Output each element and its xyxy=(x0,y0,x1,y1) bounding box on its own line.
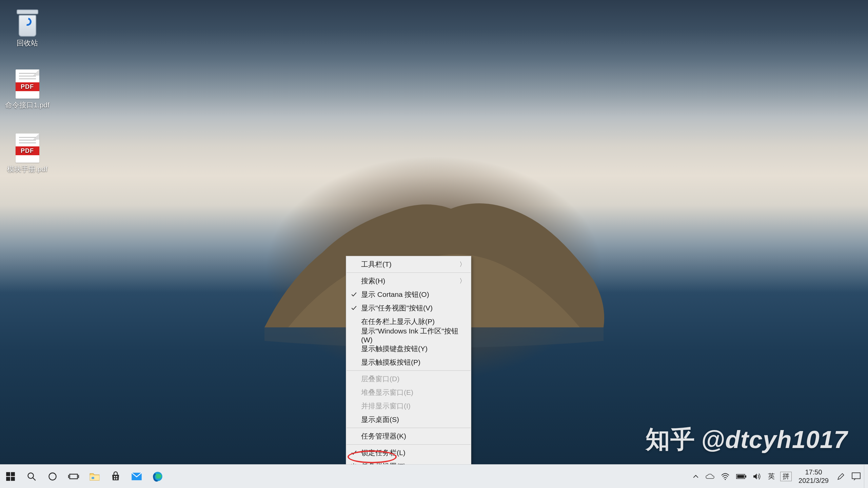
edge-icon xyxy=(153,471,163,482)
taskbar-app-mail[interactable] xyxy=(126,465,147,488)
svg-line-6 xyxy=(33,477,36,480)
menu-item-show-ink[interactable]: 显示"Windows Ink 工作区"按钮(W) xyxy=(346,328,471,342)
cortana-icon xyxy=(48,472,57,481)
taskbar-left-section xyxy=(0,465,168,488)
tray-battery[interactable] xyxy=(733,465,750,488)
taskbar: 英 拼 17:50 2021/3/29 xyxy=(0,464,868,488)
taskbar-context-menu: 工具栏(T) 〉 搜索(H) 〉 显示 Cortana 按钮(O) 显示"任务视… xyxy=(346,256,471,475)
desktop-icon-pdf2[interactable]: PDF 模块手册.pdf xyxy=(4,134,50,173)
tray-ink-workspace[interactable] xyxy=(833,465,848,488)
file-explorer-icon xyxy=(90,472,100,481)
menu-separator xyxy=(347,370,471,371)
svg-rect-3 xyxy=(6,477,10,481)
menu-item-label: 显示"Windows Ink 工作区"按钮(W) xyxy=(361,326,466,344)
menu-item-show-desktop[interactable]: 显示桌面(S) xyxy=(346,413,471,426)
watermark: 知乎 @dtcyh1017 xyxy=(646,423,848,456)
check-icon xyxy=(351,305,357,311)
svg-rect-8 xyxy=(70,474,78,479)
svg-rect-16 xyxy=(116,478,117,480)
menu-item-cascade-windows[interactable]: 层叠窗口(D) xyxy=(346,372,471,386)
menu-item-task-manager[interactable]: 任务管理器(K) xyxy=(346,429,471,443)
cloud-icon xyxy=(706,473,714,480)
svg-point-19 xyxy=(725,479,726,480)
check-icon xyxy=(351,450,357,456)
svg-rect-2 xyxy=(11,472,15,476)
chevron-up-icon xyxy=(693,473,699,480)
svg-rect-11 xyxy=(90,475,99,480)
tray-volume[interactable] xyxy=(750,465,765,488)
battery-icon xyxy=(736,473,746,480)
menu-item-label: 显示触摸键盘按钮(Y) xyxy=(361,344,428,353)
svg-rect-1 xyxy=(6,472,10,476)
menu-item-label: 在任务栏上显示人脉(P) xyxy=(361,317,435,326)
menu-item-toolbars[interactable]: 工具栏(T) 〉 xyxy=(346,258,471,271)
tray-network[interactable] xyxy=(718,465,733,488)
svg-rect-14 xyxy=(116,476,117,477)
start-button[interactable] xyxy=(0,465,21,488)
search-button[interactable] xyxy=(21,465,42,488)
svg-point-5 xyxy=(28,473,34,478)
taskbar-right-section: 英 拼 17:50 2021/3/29 xyxy=(689,465,868,488)
svg-rect-22 xyxy=(737,475,744,478)
svg-rect-21 xyxy=(745,475,746,477)
notification-icon xyxy=(852,472,861,481)
task-view-button[interactable] xyxy=(63,465,84,488)
menu-item-label: 堆叠显示窗口(E) xyxy=(361,388,413,397)
tray-onedrive[interactable] xyxy=(702,465,718,488)
tray-clock[interactable]: 17:50 2021/3/29 xyxy=(794,465,833,488)
recycle-bin-icon xyxy=(14,6,41,37)
show-desktop-button[interactable] xyxy=(864,465,868,488)
task-view-icon xyxy=(68,472,79,481)
check-icon xyxy=(351,291,357,298)
submenu-arrow-icon: 〉 xyxy=(459,260,466,268)
tray-ime-mode[interactable]: 拼 xyxy=(780,472,792,481)
taskbar-app-file-explorer[interactable] xyxy=(84,465,105,488)
menu-item-label: 工具栏(T) xyxy=(361,260,392,269)
svg-rect-23 xyxy=(852,473,860,479)
tray-ime-language[interactable]: 英 xyxy=(765,465,778,488)
menu-item-stacked-windows[interactable]: 堆叠显示窗口(E) xyxy=(346,386,471,399)
cortana-button[interactable] xyxy=(42,465,63,488)
svg-rect-12 xyxy=(92,477,94,479)
menu-item-label: 显示触摸板按钮(P) xyxy=(361,358,420,367)
desktop-icon-label: 回收站 xyxy=(17,39,38,47)
menu-separator xyxy=(347,272,471,273)
pdf-file-icon: PDF xyxy=(16,134,39,163)
zhihu-brand-text: 知乎 xyxy=(646,423,695,456)
menu-item-lock-taskbar[interactable]: 锁定任务栏(L) xyxy=(346,446,471,460)
tray-show-hidden-icons[interactable] xyxy=(689,465,702,488)
submenu-arrow-icon: 〉 xyxy=(459,277,466,285)
menu-item-label: 显示 Cortana 按钮(O) xyxy=(361,290,429,299)
svg-rect-13 xyxy=(114,476,115,477)
menu-item-search[interactable]: 搜索(H) 〉 xyxy=(346,274,471,288)
pdf-file-icon: PDF xyxy=(16,69,39,99)
speaker-icon xyxy=(753,473,761,480)
svg-rect-15 xyxy=(114,478,115,480)
menu-item-label: 搜索(H) xyxy=(361,276,385,286)
menu-item-label: 显示桌面(S) xyxy=(361,415,399,424)
pen-icon xyxy=(837,472,845,481)
search-icon xyxy=(27,472,36,481)
tray-action-center[interactable] xyxy=(848,465,864,488)
menu-item-sidebyside-windows[interactable]: 并排显示窗口(I) xyxy=(346,399,471,413)
menu-item-show-cortana[interactable]: 显示 Cortana 按钮(O) xyxy=(346,288,471,301)
desktop-icon-label: 命令接口1.pdf xyxy=(5,101,50,109)
taskbar-app-edge[interactable] xyxy=(147,465,168,488)
menu-item-show-touchpad[interactable]: 显示触摸板按钮(P) xyxy=(346,355,471,369)
desktop-icon-recycle-bin[interactable]: 回收站 xyxy=(4,6,50,47)
menu-item-label: 显示"任务视图"按钮(V) xyxy=(361,303,433,313)
menu-separator xyxy=(347,444,471,445)
svg-point-7 xyxy=(49,473,56,480)
menu-item-show-taskview[interactable]: 显示"任务视图"按钮(V) xyxy=(346,301,471,315)
mail-icon xyxy=(131,472,142,481)
taskbar-app-store[interactable] xyxy=(105,465,126,488)
menu-separator xyxy=(347,428,471,428)
clock-time: 17:50 xyxy=(805,468,822,476)
clock-date: 2021/3/29 xyxy=(798,476,829,485)
watermark-handle: @dtcyh1017 xyxy=(701,426,848,453)
desktop-icon-label: 模块手册.pdf xyxy=(7,165,47,173)
wifi-icon xyxy=(721,473,729,480)
menu-item-show-touch-keyboard[interactable]: 显示触摸键盘按钮(Y) xyxy=(346,342,471,355)
desktop-icon-pdf1[interactable]: PDF 命令接口1.pdf xyxy=(4,69,50,109)
menu-item-label: 锁定任务栏(L) xyxy=(361,448,406,458)
